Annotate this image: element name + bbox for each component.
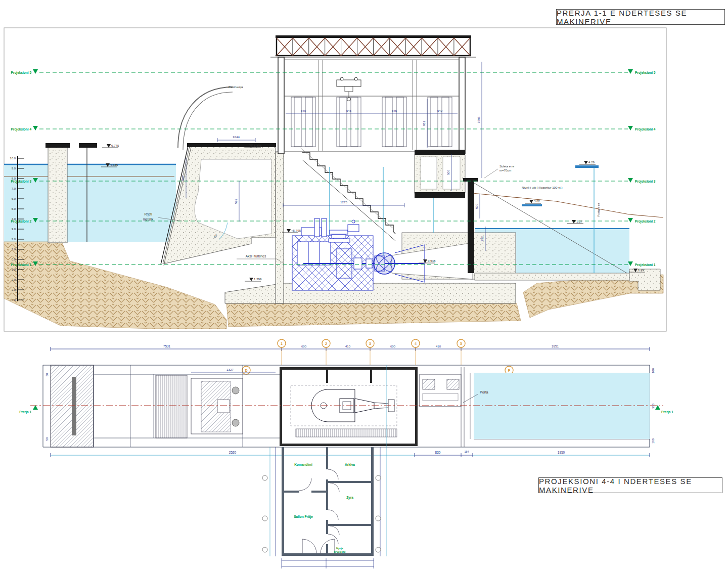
dim-1950: 1950: [558, 451, 565, 454]
plan-title: PROJEKSIONI 4-4 I NDERTESES SE MAKINERIV…: [539, 477, 722, 494]
projection-label-right-4: Projeksioni 4: [635, 127, 656, 131]
marker-0548: 0.548: [428, 259, 436, 262]
plan-title-box: PROJEKSIONI 4-4 I NDERTESES SE MAKINERIV…: [538, 477, 722, 493]
truss-top-chord: [276, 35, 471, 38]
elev-tick: -2.0: [11, 278, 16, 281]
marker-129: 1.29: [638, 268, 645, 272]
elev-tick: 4.0: [12, 217, 16, 221]
plan-view: 7531 600 410 600 410 1851 1 2 3 4 5 D F: [19, 339, 673, 457]
marker-5895: 5.895: [254, 144, 262, 147]
machine-hall-plan: [280, 367, 418, 446]
room-sallon-pritje: Sallon Pritje: [294, 515, 313, 519]
left-pier-cap: [46, 143, 70, 148]
trash-rack-plan: [156, 375, 187, 438]
elev-tick: -1.0: [11, 268, 16, 271]
marker-382: 3.82: [534, 199, 540, 203]
projection-label-left-4: Projeksioni 4: [11, 127, 32, 131]
axis-bubble-2: 2: [325, 342, 327, 345]
prerja-label-right: Prerja 1: [661, 410, 673, 414]
dim-851: 851: [423, 120, 426, 126]
prerja-label-left: Prerja 1: [19, 410, 31, 414]
dim-1586: 1586: [477, 116, 480, 123]
turbine-axis-label: Aksi i turbines: [246, 254, 266, 258]
drawing-sheet: { "titles": { "section": "PRERJA 1-1 E N…: [0, 0, 728, 571]
rrjeti-label: Rrjeti: [144, 212, 152, 216]
elev-tick: 9.0: [12, 167, 16, 170]
dim-830: 830: [435, 451, 441, 454]
elev-tick: 0.0: [12, 258, 16, 261]
elev-tick: 7.0: [12, 187, 16, 190]
dim-592: 592: [235, 198, 238, 204]
marker-127: 1.27: [576, 219, 583, 223]
wall-left: [278, 57, 284, 154]
dim-s3: 600: [390, 345, 396, 348]
room-arkiva: Arkiva: [345, 463, 355, 466]
dim-s4: 410: [436, 345, 441, 348]
elev-tick: 6.0: [12, 197, 16, 200]
section-title: PRERJA 1-1 E NDERTESES SE MAKINERIVE: [557, 9, 724, 26]
soleta-label2: m=70cm: [499, 169, 511, 172]
left-pier-cap2: [79, 143, 97, 148]
projection-label-right-1: Projeksioni 1: [635, 263, 656, 267]
tailrace-plan-water: [474, 373, 650, 439]
marker-1299: 1.299: [254, 277, 262, 281]
dim-2520: 2520: [229, 451, 237, 454]
dim-total: 7531: [163, 344, 171, 348]
axis-bubble-left: D: [245, 369, 247, 372]
marker-5795: +5.795: [291, 229, 301, 232]
tailrace-wall: [468, 180, 474, 273]
dim-l-bot: 50: [46, 437, 49, 441]
elev-tick: 3.0: [12, 228, 16, 231]
dim-r-top: 100: [652, 368, 655, 373]
dim-597: 597: [181, 175, 185, 181]
dim-w2: 545: [346, 109, 352, 112]
axis-bubble-4: 4: [415, 342, 417, 345]
marker-429: 4.29: [588, 160, 595, 164]
dim-s1: 600: [301, 345, 307, 348]
outlet-gate-plan: [420, 367, 470, 447]
dim-w3: 545: [392, 109, 397, 112]
new-gate-label: Porta e re: [597, 203, 600, 217]
dim-1275: 1275: [340, 200, 347, 204]
dim-r-mid: 300: [652, 403, 655, 409]
wall-right: [459, 57, 465, 154]
floor-slab-right: [415, 150, 465, 155]
room-komandimi: Komandimi: [294, 463, 312, 466]
section-title-box: PRERJA 1-1 E NDERTESES SE MAKINERIVE: [556, 9, 725, 25]
intake-cap: [187, 143, 276, 147]
dim-l-top: 50: [46, 373, 49, 376]
dim-s2: 410: [345, 345, 351, 348]
hall-left-wall-lower: [276, 152, 284, 303]
left-pier: [48, 145, 67, 243]
projection-label-left-5: Projeksioni 5: [11, 71, 32, 75]
dim-w1: 540: [301, 109, 306, 112]
elev-tick: 10.0: [10, 157, 16, 160]
rrjeti-label2: metalik: [143, 217, 154, 221]
cleaner-label: Pastruesja: [229, 85, 243, 89]
tailrace-floor: [475, 273, 629, 280]
projection-label-right-2: Projeksioni 2: [635, 219, 656, 224]
projection-label-right-3: Projeksioni 3: [635, 180, 656, 184]
elev-tick: 1.0: [12, 248, 16, 251]
marker-4335: 4.335: [110, 163, 118, 166]
dim-w4: 540: [437, 109, 443, 112]
dim-1327: 1327: [226, 368, 234, 371]
room-hyrja2: kryesore: [334, 550, 346, 553]
room-zyra: Zyra: [346, 496, 353, 500]
intake-water: [4, 164, 176, 242]
water-level-note: Niveli i ujit (i llogaritur 100 vj.): [522, 186, 562, 189]
annex-grid-markers: [262, 475, 381, 552]
elev-tick: -3.0: [11, 288, 16, 291]
axis-bubble-right: F: [508, 369, 511, 372]
dim-154: 154: [464, 450, 469, 453]
section-view: Pastruesja: [4, 28, 666, 331]
elev-tick: 2.0: [12, 238, 16, 241]
elev-tick: 5.0: [12, 207, 16, 210]
elev-tick: 8.0: [12, 177, 16, 180]
projection-label-left-1: Projeksioni 1: [11, 263, 32, 267]
stairs-plan: [296, 429, 397, 437]
axis-bubble-3: 3: [369, 342, 371, 345]
projection-label-right-5: Projeksioni 5: [635, 71, 656, 75]
mezzanine-slab: [415, 192, 465, 198]
porta-label: Porta: [480, 390, 488, 394]
